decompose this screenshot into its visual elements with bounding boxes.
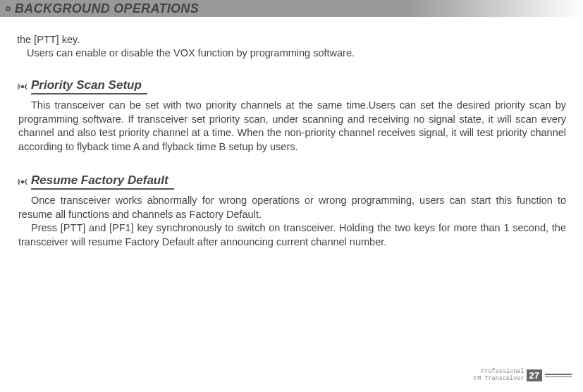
section-header: Resume Factory Default (17, 173, 566, 190)
page-content: the [PTT] key. Users can enable or disab… (0, 17, 583, 250)
svg-point-1 (21, 180, 24, 183)
svg-point-0 (21, 85, 24, 87)
section-body: Once transceiver works abnormally for wr… (18, 194, 566, 249)
page-number: 27 (527, 369, 542, 381)
footer-lines-icon (545, 374, 572, 377)
footer-label: Professional FM Transceiver (474, 369, 524, 382)
factory-default-para1: Once transceiver works abnormally for wr… (18, 194, 566, 221)
page-header: BACKGROUND OPERATIONS (0, 0, 583, 17)
page-footer: Professional FM Transceiver 27 (474, 369, 572, 382)
factory-default-para2: Press [PTT] and [PF1] key synchronously … (18, 221, 566, 249)
section-title-priority: Priority Scan Setup (31, 78, 147, 94)
intro-text-line2: Users can enable or disable the VOX func… (27, 47, 566, 59)
section-body: This transceiver can be set with two pri… (18, 99, 566, 154)
section-title-factory: Resume Factory Default (31, 173, 174, 190)
header-title: BACKGROUND OPERATIONS (15, 1, 199, 16)
section-factory-default: Resume Factory Default Once transceiver … (17, 173, 566, 249)
intro-text-line1: the [PTT] key. (17, 34, 566, 45)
priority-scan-text: This transceiver can be set with two pri… (18, 99, 566, 154)
header-bullet-icon (6, 6, 11, 11)
section-priority-scan: Priority Scan Setup This transceiver can… (17, 78, 566, 154)
footer-text-line2: FM Transceiver (474, 376, 524, 382)
wave-icon (17, 81, 28, 92)
section-header: Priority Scan Setup (17, 78, 566, 94)
wave-icon (17, 176, 28, 188)
